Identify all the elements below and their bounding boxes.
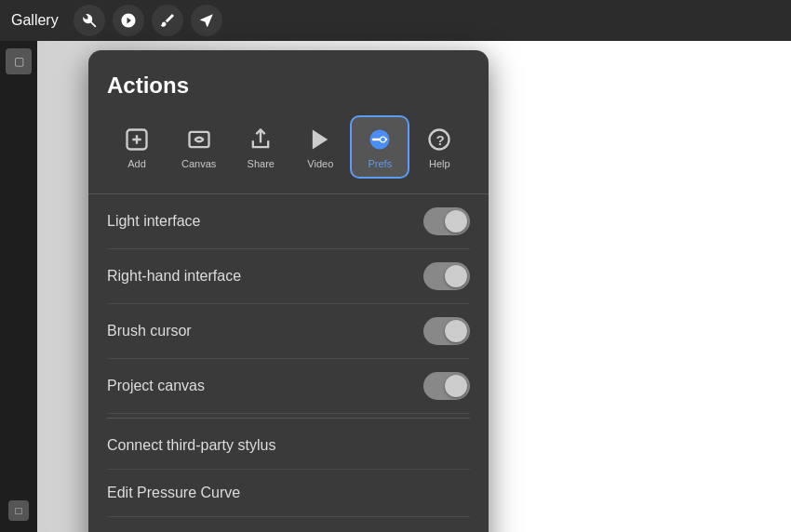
arrow-icon bbox=[198, 12, 215, 29]
arrow-button[interactable] bbox=[191, 5, 222, 36]
toggle-project-canvas[interactable] bbox=[423, 372, 470, 400]
nav-label-add: Add bbox=[127, 158, 146, 169]
panel-title: Actions bbox=[107, 73, 470, 99]
help-icon: ? bbox=[424, 125, 454, 154]
brush-button[interactable] bbox=[152, 5, 183, 36]
link-label-edit-pressure: Edit Pressure Curve bbox=[107, 485, 240, 501]
nav-label-share: Share bbox=[248, 158, 275, 169]
toggle-row-right-hand: Right-hand interface bbox=[107, 249, 470, 304]
toggle-label-light-interface: Light interface bbox=[107, 213, 201, 230]
settings-icon bbox=[120, 12, 137, 29]
sidebar-tool-2[interactable]: □ bbox=[8, 500, 29, 521]
toolbar: Gallery bbox=[0, 0, 791, 41]
link-row-edit-pressure[interactable]: Edit Pressure Curve bbox=[107, 470, 470, 517]
link-row-connect-stylus[interactable]: Connect third-party stylus bbox=[107, 422, 470, 470]
toggle-right-hand-interface[interactable] bbox=[423, 262, 470, 290]
svg-text:?: ? bbox=[436, 132, 445, 148]
wrench-icon bbox=[81, 12, 98, 29]
nav-item-add[interactable]: Add bbox=[107, 115, 167, 179]
video-icon bbox=[305, 125, 335, 154]
svg-marker-4 bbox=[313, 130, 328, 150]
share-icon bbox=[246, 125, 275, 154]
link-row-gesture-controls[interactable]: Gesture controls bbox=[107, 517, 470, 532]
add-icon bbox=[122, 125, 152, 154]
toggle-row-brush-cursor: Brush cursor bbox=[107, 304, 470, 359]
toggle-label-project-canvas: Project canvas bbox=[107, 378, 205, 394]
section-divider-mid bbox=[107, 418, 470, 419]
icon-nav: Add Canvas bbox=[107, 115, 470, 179]
svg-rect-3 bbox=[189, 132, 208, 147]
toggle-light-interface[interactable] bbox=[423, 207, 470, 235]
nav-label-video: Video bbox=[307, 158, 333, 169]
nav-item-canvas[interactable]: Canvas bbox=[167, 115, 231, 179]
nav-item-help[interactable]: ? Help bbox=[409, 115, 469, 179]
app-title: Gallery bbox=[11, 12, 59, 29]
link-label-connect-stylus: Connect third-party stylus bbox=[107, 437, 275, 454]
toggle-row-project-canvas: Project canvas bbox=[107, 359, 470, 414]
brush-icon bbox=[159, 12, 176, 29]
left-sidebar: ▢ □ bbox=[0, 41, 37, 532]
nav-label-help: Help bbox=[429, 158, 450, 169]
toggle-brush-cursor[interactable] bbox=[423, 317, 470, 345]
nav-item-video[interactable]: Video bbox=[290, 115, 350, 179]
toggle-label-brush-cursor: Brush cursor bbox=[107, 323, 192, 339]
toggle-label-right-hand: Right-hand interface bbox=[107, 268, 241, 285]
svg-point-8 bbox=[381, 138, 385, 142]
nav-item-prefs[interactable]: Prefs bbox=[350, 115, 409, 179]
actions-panel: Actions Add bbox=[88, 50, 489, 532]
nav-label-prefs: Prefs bbox=[368, 158, 392, 169]
toggle-row-light-interface: Light interface bbox=[107, 194, 470, 249]
wrench-button[interactable] bbox=[74, 5, 105, 36]
main-area: ▢ □ Actions Add bbox=[0, 41, 791, 532]
nav-label-canvas: Canvas bbox=[181, 158, 216, 169]
nav-item-share[interactable]: Share bbox=[231, 115, 290, 179]
canvas-area: Actions Add bbox=[37, 41, 791, 532]
settings-button[interactable] bbox=[113, 5, 144, 36]
prefs-icon bbox=[365, 125, 395, 154]
canvas-icon bbox=[184, 125, 214, 154]
sidebar-tool-1[interactable]: ▢ bbox=[6, 48, 32, 74]
